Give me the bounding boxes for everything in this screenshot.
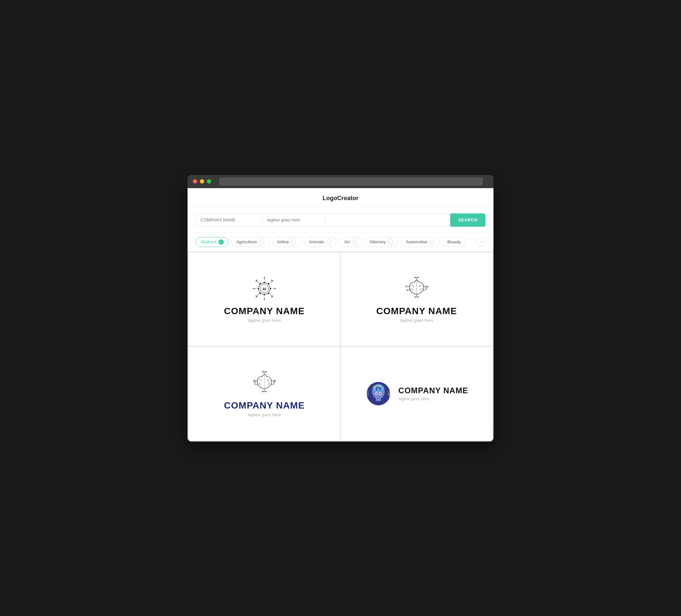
category-automotive[interactable]: Automotive: [401, 237, 439, 247]
svg-point-80: [382, 386, 383, 388]
app-title: LogoCreator: [323, 195, 358, 202]
extra-input[interactable]: [325, 213, 450, 227]
svg-point-52: [418, 297, 419, 298]
category-art[interactable]: Art: [339, 237, 362, 247]
close-button[interactable]: [193, 179, 197, 183]
svg-point-48: [418, 277, 419, 278]
logo-card-2[interactable]: COMPANY NAME tagline goes here: [341, 253, 492, 346]
logo-card-4[interactable]: AI COMPANY NAME tagline goes h: [341, 347, 492, 440]
category-label: Animals: [309, 239, 324, 244]
svg-point-79: [380, 385, 381, 386]
category-check-icon: [429, 239, 435, 245]
category-check-icon: [291, 239, 296, 245]
svg-point-14: [264, 299, 265, 300]
category-label: Abstract: [201, 239, 217, 244]
svg-rect-5: [257, 288, 259, 289]
category-airline[interactable]: Airline: [272, 237, 301, 247]
category-label: Art: [344, 239, 350, 244]
logo-grid: AI: [187, 251, 494, 441]
logo-card-3[interactable]: COMPANY NAME tagline goes here: [189, 347, 340, 440]
ai-colorful-icon: AI: [365, 380, 392, 407]
svg-rect-9: [259, 292, 261, 294]
category-check-icon: [388, 239, 393, 245]
logo-1-company: COMPANY NAME: [224, 306, 305, 316]
svg-point-76: [374, 386, 375, 388]
svg-text:AI: AI: [377, 387, 380, 390]
svg-point-78: [378, 384, 379, 386]
svg-line-21: [270, 281, 272, 283]
svg-line-19: [257, 281, 259, 283]
address-bar: [219, 178, 483, 185]
brain-circuit-outline-icon: [251, 370, 278, 396]
logo-card-1[interactable]: AI: [189, 253, 340, 346]
category-label: Beauty: [447, 239, 460, 244]
svg-rect-10: [268, 292, 270, 294]
svg-point-18: [275, 288, 276, 289]
logo-2-company: COMPANY NAME: [376, 306, 457, 316]
categories-bar: Abstract Agriculture Airline Animals Art…: [187, 233, 494, 251]
app-header: LogoCreator: [187, 188, 494, 207]
svg-point-12: [264, 277, 265, 278]
logo-4-company: COMPANY NAME: [398, 386, 468, 395]
categories-next-button[interactable]: →: [476, 237, 485, 247]
category-check-icon: [326, 239, 331, 245]
maximize-button[interactable]: [207, 179, 211, 183]
category-label: Airline: [277, 239, 289, 244]
company-name-input[interactable]: [196, 213, 262, 227]
svg-line-23: [257, 294, 259, 296]
svg-rect-6: [270, 288, 271, 289]
minimize-button[interactable]: [200, 179, 204, 183]
svg-point-85: [376, 393, 377, 394]
svg-line-25: [270, 294, 272, 296]
svg-rect-7: [259, 283, 261, 285]
category-beauty[interactable]: Beauty: [442, 237, 465, 247]
logo-1-tagline: tagline goes here: [248, 318, 281, 323]
svg-rect-3: [264, 282, 265, 283]
svg-rect-8: [268, 283, 270, 285]
category-check-icon: [259, 239, 264, 245]
category-abstract[interactable]: Abstract: [196, 237, 229, 247]
category-label: Attorney: [370, 239, 386, 244]
brain-circuit-icon: [403, 275, 430, 302]
logo-4-tagline: tagline goes here: [398, 396, 468, 401]
ai-circuit-icon: AI: [251, 275, 278, 302]
logo-3-tagline: tagline goes here: [248, 412, 281, 417]
browser-window: LogoCreator SEARCH Abstract Agriculture …: [187, 175, 494, 441]
category-check-icon: [352, 239, 357, 245]
search-button[interactable]: SEARCH: [450, 213, 485, 227]
svg-text:AI: AI: [262, 287, 266, 291]
category-agriculture[interactable]: Agriculture: [231, 237, 269, 247]
svg-point-47: [415, 277, 415, 278]
category-label: Automotive: [406, 239, 427, 244]
category-check-icon: [219, 239, 224, 245]
logo-4-text: COMPANY NAME tagline goes here: [398, 386, 468, 401]
logo-2-tagline: tagline goes here: [400, 318, 433, 323]
svg-point-16: [253, 288, 254, 289]
svg-point-51: [415, 297, 415, 298]
logo-3-company: COMPANY NAME: [224, 400, 305, 411]
svg-point-86: [380, 393, 381, 394]
category-attorney[interactable]: Attorney: [365, 237, 398, 247]
browser-content: LogoCreator SEARCH Abstract Agriculture …: [187, 188, 494, 441]
tagline-input[interactable]: [262, 213, 325, 227]
category-label: Agriculture: [236, 239, 257, 244]
svg-point-77: [375, 385, 377, 386]
svg-rect-74: [376, 397, 381, 401]
browser-titlebar: [187, 175, 494, 188]
search-bar: SEARCH: [187, 207, 494, 233]
svg-rect-4: [264, 294, 265, 296]
category-animals[interactable]: Animals: [304, 237, 336, 247]
